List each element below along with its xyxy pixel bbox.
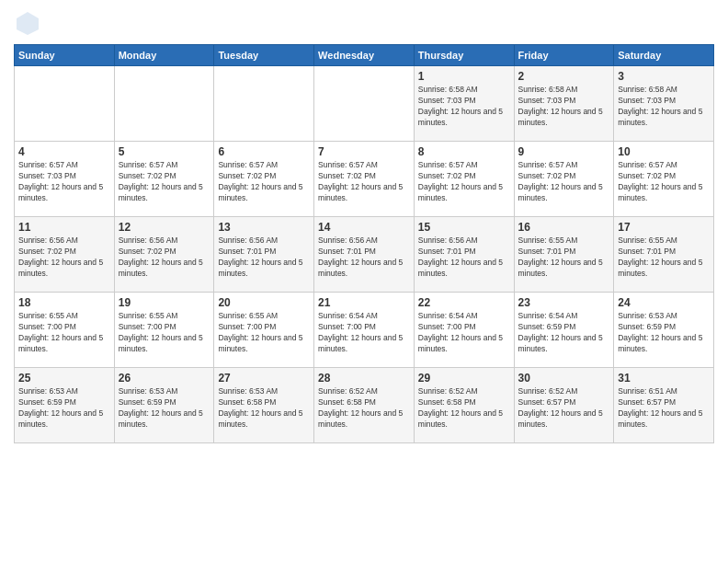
calendar-cell: 19Sunrise: 6:55 AM Sunset: 7:00 PM Dayli… [114, 293, 214, 368]
calendar-cell: 16Sunrise: 6:55 AM Sunset: 7:01 PM Dayli… [514, 217, 614, 293]
day-info: Sunrise: 6:57 AM Sunset: 7:02 PM Dayligh… [618, 160, 710, 204]
calendar-cell: 2Sunrise: 6:58 AM Sunset: 7:03 PM Daylig… [514, 66, 614, 142]
calendar-cell: 13Sunrise: 6:56 AM Sunset: 7:01 PM Dayli… [214, 217, 314, 293]
calendar-cell: 15Sunrise: 6:56 AM Sunset: 7:01 PM Dayli… [414, 217, 514, 293]
day-info: Sunrise: 6:55 AM Sunset: 7:00 PM Dayligh… [119, 311, 210, 355]
calendar-cell: 8Sunrise: 6:57 AM Sunset: 7:02 PM Daylig… [414, 142, 514, 217]
calendar-week-row: 18Sunrise: 6:55 AM Sunset: 7:00 PM Dayli… [15, 293, 714, 368]
header [14, 9, 714, 37]
day-number: 14 [318, 221, 410, 234]
day-number: 28 [318, 372, 410, 385]
day-number: 7 [318, 145, 410, 158]
day-info: Sunrise: 6:56 AM Sunset: 7:01 PM Dayligh… [318, 236, 410, 280]
day-info: Sunrise: 6:54 AM Sunset: 7:00 PM Dayligh… [318, 311, 410, 355]
col-header-saturday: Saturday [614, 45, 714, 66]
day-number: 1 [418, 70, 510, 83]
day-info: Sunrise: 6:51 AM Sunset: 6:57 PM Dayligh… [618, 386, 710, 431]
day-number: 25 [18, 372, 110, 385]
calendar-cell: 6Sunrise: 6:57 AM Sunset: 7:02 PM Daylig… [214, 142, 314, 217]
day-number: 19 [119, 296, 210, 309]
calendar-cell: 7Sunrise: 6:57 AM Sunset: 7:02 PM Daylig… [314, 142, 415, 217]
col-header-tuesday: Tuesday [214, 45, 314, 66]
col-header-wednesday: Wednesday [314, 45, 415, 66]
day-info: Sunrise: 6:55 AM Sunset: 7:00 PM Dayligh… [18, 311, 110, 355]
calendar-week-row: 1Sunrise: 6:58 AM Sunset: 7:03 PM Daylig… [15, 66, 714, 142]
calendar-cell: 29Sunrise: 6:52 AM Sunset: 6:58 PM Dayli… [414, 368, 514, 443]
calendar-cell [114, 66, 214, 142]
calendar-cell: 28Sunrise: 6:52 AM Sunset: 6:58 PM Dayli… [314, 368, 415, 443]
calendar-cell: 31Sunrise: 6:51 AM Sunset: 6:57 PM Dayli… [614, 368, 714, 443]
day-info: Sunrise: 6:54 AM Sunset: 6:59 PM Dayligh… [518, 311, 610, 355]
day-number: 11 [18, 221, 110, 234]
calendar-cell: 23Sunrise: 6:54 AM Sunset: 6:59 PM Dayli… [514, 293, 614, 368]
day-info: Sunrise: 6:57 AM Sunset: 7:02 PM Dayligh… [518, 160, 610, 204]
day-info: Sunrise: 6:52 AM Sunset: 6:58 PM Dayligh… [418, 386, 510, 431]
calendar-cell [214, 66, 314, 142]
calendar-cell: 3Sunrise: 6:58 AM Sunset: 7:03 PM Daylig… [614, 66, 714, 142]
calendar-cell: 22Sunrise: 6:54 AM Sunset: 7:00 PM Dayli… [414, 293, 514, 368]
calendar-cell: 18Sunrise: 6:55 AM Sunset: 7:00 PM Dayli… [15, 293, 115, 368]
day-number: 18 [18, 296, 110, 309]
calendar-cell: 10Sunrise: 6:57 AM Sunset: 7:02 PM Dayli… [614, 142, 714, 217]
day-info: Sunrise: 6:58 AM Sunset: 7:03 PM Dayligh… [418, 85, 510, 129]
day-info: Sunrise: 6:52 AM Sunset: 6:57 PM Dayligh… [518, 386, 610, 431]
day-info: Sunrise: 6:54 AM Sunset: 7:00 PM Dayligh… [418, 311, 510, 355]
calendar-cell: 14Sunrise: 6:56 AM Sunset: 7:01 PM Dayli… [314, 217, 415, 293]
calendar-cell: 17Sunrise: 6:55 AM Sunset: 7:01 PM Dayli… [614, 217, 714, 293]
day-number: 3 [618, 70, 710, 83]
day-info: Sunrise: 6:55 AM Sunset: 7:01 PM Dayligh… [518, 236, 610, 280]
calendar-cell: 21Sunrise: 6:54 AM Sunset: 7:00 PM Dayli… [314, 293, 415, 368]
day-number: 2 [518, 70, 610, 83]
day-number: 8 [418, 145, 510, 158]
day-number: 23 [518, 296, 610, 309]
day-info: Sunrise: 6:56 AM Sunset: 7:02 PM Dayligh… [119, 236, 210, 280]
day-info: Sunrise: 6:56 AM Sunset: 7:02 PM Dayligh… [18, 236, 110, 280]
col-header-sunday: Sunday [15, 45, 115, 66]
calendar-cell: 26Sunrise: 6:53 AM Sunset: 6:59 PM Dayli… [114, 368, 214, 443]
calendar-cell: 9Sunrise: 6:57 AM Sunset: 7:02 PM Daylig… [514, 142, 614, 217]
day-info: Sunrise: 6:58 AM Sunset: 7:03 PM Dayligh… [518, 85, 610, 129]
day-number: 4 [18, 145, 110, 158]
logo-icon [14, 9, 41, 37]
day-number: 20 [218, 296, 310, 309]
day-info: Sunrise: 6:53 AM Sunset: 6:59 PM Dayligh… [618, 311, 710, 355]
col-header-thursday: Thursday [414, 45, 514, 66]
col-header-monday: Monday [114, 45, 214, 66]
calendar-table: SundayMondayTuesdayWednesdayThursdayFrid… [14, 44, 714, 443]
calendar-cell: 11Sunrise: 6:56 AM Sunset: 7:02 PM Dayli… [15, 217, 115, 293]
day-number: 15 [418, 221, 510, 234]
calendar-week-row: 4Sunrise: 6:57 AM Sunset: 7:03 PM Daylig… [15, 142, 714, 217]
day-info: Sunrise: 6:55 AM Sunset: 7:01 PM Dayligh… [618, 236, 710, 280]
day-number: 13 [218, 221, 310, 234]
col-header-friday: Friday [514, 45, 614, 66]
calendar-cell [314, 66, 415, 142]
calendar-header-row: SundayMondayTuesdayWednesdayThursdayFrid… [15, 45, 714, 66]
day-number: 17 [618, 221, 710, 234]
calendar-cell: 20Sunrise: 6:55 AM Sunset: 7:00 PM Dayli… [214, 293, 314, 368]
page-container: SundayMondayTuesdayWednesdayThursdayFrid… [0, 0, 728, 453]
day-number: 5 [119, 145, 210, 158]
svg-marker-0 [17, 12, 39, 35]
day-info: Sunrise: 6:53 AM Sunset: 6:59 PM Dayligh… [18, 386, 110, 431]
calendar-cell: 30Sunrise: 6:52 AM Sunset: 6:57 PM Dayli… [514, 368, 614, 443]
calendar-cell: 5Sunrise: 6:57 AM Sunset: 7:02 PM Daylig… [114, 142, 214, 217]
day-info: Sunrise: 6:57 AM Sunset: 7:02 PM Dayligh… [418, 160, 510, 204]
day-info: Sunrise: 6:57 AM Sunset: 7:02 PM Dayligh… [318, 160, 410, 204]
day-number: 12 [119, 221, 210, 234]
day-info: Sunrise: 6:53 AM Sunset: 6:58 PM Dayligh… [218, 386, 310, 431]
day-info: Sunrise: 6:56 AM Sunset: 7:01 PM Dayligh… [418, 236, 510, 280]
calendar-cell: 25Sunrise: 6:53 AM Sunset: 6:59 PM Dayli… [15, 368, 115, 443]
day-number: 30 [518, 372, 610, 385]
day-info: Sunrise: 6:53 AM Sunset: 6:59 PM Dayligh… [119, 386, 210, 431]
day-number: 9 [518, 145, 610, 158]
day-number: 10 [618, 145, 710, 158]
day-info: Sunrise: 6:55 AM Sunset: 7:00 PM Dayligh… [218, 311, 310, 355]
day-info: Sunrise: 6:56 AM Sunset: 7:01 PM Dayligh… [218, 236, 310, 280]
calendar-cell: 4Sunrise: 6:57 AM Sunset: 7:03 PM Daylig… [15, 142, 115, 217]
calendar-cell: 1Sunrise: 6:58 AM Sunset: 7:03 PM Daylig… [414, 66, 514, 142]
day-info: Sunrise: 6:57 AM Sunset: 7:03 PM Dayligh… [18, 160, 110, 204]
calendar-week-row: 25Sunrise: 6:53 AM Sunset: 6:59 PM Dayli… [15, 368, 714, 443]
day-info: Sunrise: 6:58 AM Sunset: 7:03 PM Dayligh… [618, 85, 710, 129]
calendar-cell [15, 66, 115, 142]
calendar-cell: 24Sunrise: 6:53 AM Sunset: 6:59 PM Dayli… [614, 293, 714, 368]
